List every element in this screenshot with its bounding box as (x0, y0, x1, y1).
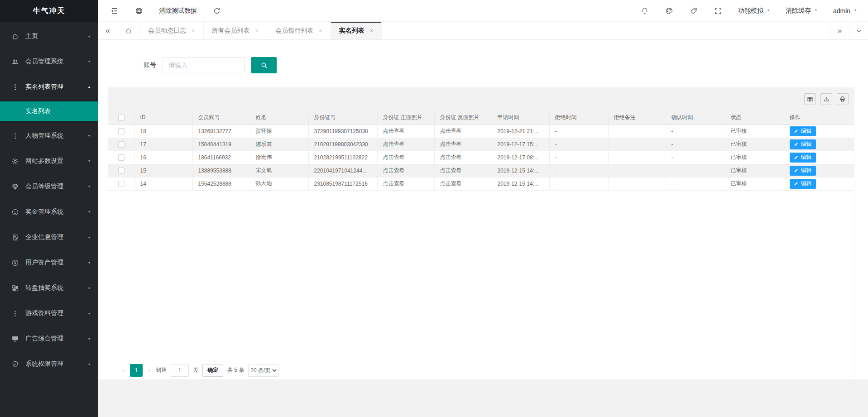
tabs-scroll-left-button[interactable]: « (98, 22, 117, 39)
sidebar-item[interactable]: 游戏资料管理▼ (0, 301, 98, 326)
refresh-icon[interactable] (212, 6, 221, 15)
sidebar-item[interactable]: 主页▼ (0, 24, 98, 49)
caret-down-icon: ▼ (87, 134, 91, 137)
tab-close-icon[interactable]: × (319, 27, 322, 34)
cell-reject-time: - (549, 177, 608, 190)
sidebar-item[interactable]: 实名列表管理▲ (0, 74, 98, 100)
sidebar-item[interactable]: 奖金管理系统▼ (0, 199, 98, 225)
tab[interactable]: 实名列表× (331, 22, 382, 39)
edit-button[interactable]: 编辑 (790, 166, 816, 176)
admin-menu[interactable]: admin ▼ (833, 7, 857, 14)
filter-columns-button[interactable] (804, 93, 816, 105)
sidebar-item-label: 人物管理系统 (25, 132, 63, 140)
account-search-input[interactable] (163, 57, 245, 73)
column-header: 申请时间 (492, 110, 549, 125)
sidebar-item[interactable]: 用户资产管理▼ (0, 250, 98, 275)
edit-button[interactable]: 编辑 (790, 139, 816, 149)
cell-confirm-time: - (666, 138, 725, 151)
table-toolbar (108, 88, 854, 110)
tabs-more-button[interactable] (849, 22, 868, 39)
collapse-sidebar-icon[interactable] (110, 6, 119, 15)
cell-actions: 编辑 (784, 138, 854, 151)
tab[interactable]: 所有会员列表× (204, 22, 268, 39)
billboard-icon (11, 335, 19, 343)
row-checkbox[interactable] (118, 181, 125, 187)
clear-cache-label: 清除缓存 (786, 7, 811, 15)
sidebar: 牛气冲天 主页▼会员管理系统▼实名列表管理▲实名列表人物管理系统▼网站参数设置▼… (0, 0, 98, 417)
fullscreen-icon[interactable] (714, 6, 723, 15)
sidebar-item[interactable]: 转盘抽奖系统▼ (0, 275, 98, 301)
globe-icon[interactable] (134, 6, 144, 15)
select-all-header-cell (108, 110, 134, 125)
sidebar-submenu: 实名列表 (0, 100, 98, 123)
page-size-select[interactable]: 20 条/页 (248, 364, 278, 377)
table-empty-space (108, 191, 854, 360)
cell-back-photo[interactable]: 点击查看 (434, 164, 492, 177)
search-button[interactable] (251, 57, 277, 73)
edit-button[interactable]: 编辑 (790, 153, 816, 163)
cell-back-photo[interactable]: 点击查看 (434, 125, 492, 138)
cell-reject-note (608, 138, 666, 151)
main-column: 清除测试数据 功能模拟 (98, 0, 868, 417)
pencil-icon (794, 142, 799, 147)
tabs-container: 会员动态日志×所有会员列表×会员银行列表×实名列表× (140, 22, 830, 39)
sidebar-item[interactable]: 会员管理系统▼ (0, 49, 98, 74)
sidebar-item[interactable]: 系统权限管理▼ (0, 351, 98, 377)
cell-apply-time: 2019-12-17 08:... (492, 151, 549, 164)
cell-front-photo[interactable]: 点击查看 (377, 164, 434, 177)
sidebar-item[interactable]: 网站参数设置▼ (0, 149, 98, 174)
goto-page-label: 到第 (156, 366, 167, 374)
tab[interactable]: 会员动态日志× (140, 22, 204, 39)
next-page-button[interactable]: › (147, 366, 152, 374)
bell-icon[interactable] (640, 6, 649, 15)
tab-close-icon[interactable]: × (255, 27, 259, 34)
prev-page-button[interactable]: ‹ (121, 366, 126, 374)
cell-account: 18641166932 (192, 151, 250, 164)
current-page-button[interactable]: 1 (130, 364, 143, 377)
diamond-icon (11, 182, 19, 191)
sidebar-item[interactable]: 企业信息管理▼ (0, 225, 98, 250)
cell-front-photo[interactable]: 点击查看 (377, 177, 434, 190)
pencil-icon (794, 155, 799, 160)
page-unit-label: 页 (193, 366, 198, 374)
tab-label: 会员银行列表 (275, 27, 313, 35)
edit-button[interactable]: 编辑 (790, 126, 816, 136)
cell-front-photo[interactable]: 点击查看 (377, 138, 434, 151)
goto-confirm-button[interactable]: 确定 (202, 364, 223, 377)
cell-front-photo[interactable]: 点击查看 (377, 151, 434, 164)
sidebar-item[interactable]: 会员等级管理▼ (0, 174, 98, 199)
tab-close-icon[interactable]: × (192, 27, 195, 34)
row-checkbox[interactable] (118, 168, 125, 174)
tab-close-icon[interactable]: × (370, 27, 374, 34)
cell-reject-note (608, 177, 666, 190)
sidebar-item-label: 奖金管理系统 (25, 208, 63, 216)
caret-down-icon: ▼ (87, 210, 91, 213)
edit-button[interactable]: 编辑 (790, 179, 816, 189)
sidebar-subitem[interactable]: 实名列表 (0, 101, 98, 121)
tabs-scroll-right-button[interactable]: » (830, 22, 849, 39)
export-button[interactable] (820, 93, 832, 105)
clear-cache-menu[interactable]: 清除缓存 ▼ (786, 7, 818, 15)
home-tab[interactable] (117, 22, 140, 39)
tab[interactable]: 会员银行列表× (267, 22, 331, 39)
table-body: 1813268132777贺怀振372901199307125038点击查看点击… (108, 125, 854, 190)
cell-back-photo[interactable]: 点击查看 (434, 151, 492, 164)
topbar-left: 清除测试数据 (110, 6, 221, 15)
select-all-checkbox[interactable] (118, 115, 125, 121)
function-simulate-menu[interactable]: 功能模拟 ▼ (738, 7, 770, 15)
print-button[interactable] (837, 93, 849, 105)
row-checkbox[interactable] (118, 141, 125, 148)
cell-front-photo[interactable]: 点击查看 (377, 125, 434, 138)
sidebar-item[interactable]: 人物管理系统▼ (0, 123, 98, 149)
row-checkbox[interactable] (118, 128, 125, 134)
clear-test-data-button[interactable]: 清除测试数据 (159, 7, 197, 15)
tag-icon[interactable] (689, 6, 698, 15)
goto-page-input[interactable] (171, 364, 189, 377)
row-checkbox[interactable] (118, 154, 125, 161)
cell-back-photo[interactable]: 点击查看 (434, 177, 492, 190)
blocks-icon (11, 284, 19, 292)
cell-back-photo[interactable]: 点击查看 (434, 138, 492, 151)
sidebar-item[interactable]: 广告综合管理▼ (0, 326, 98, 351)
pencil-icon (794, 129, 799, 134)
palette-icon[interactable] (665, 6, 674, 15)
